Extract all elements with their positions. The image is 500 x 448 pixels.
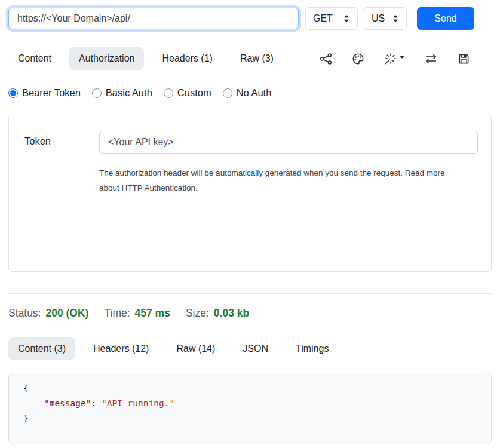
theme-button[interactable] [352,53,364,65]
region-select-value: US [372,13,385,24]
token-input[interactable] [99,131,478,154]
token-column: The authorization header will be automat… [99,131,478,271]
response-tabs: Content (3) Headers (12) Raw (14) JSON T… [8,337,492,360]
response-tab-timings[interactable]: Timings [286,337,338,360]
response-status-row: Status: 200 (OK) Time: 457 ms Size: 0.03… [8,307,492,320]
json-brace-close: } [23,413,29,423]
status-value: 200 (OK) [45,307,88,320]
response-tab-headers[interactable]: Headers (12) [84,337,158,360]
auth-panel: Token The authorization header will be a… [8,115,492,272]
auth-option-bearer-token[interactable]: Bearer Token [8,87,81,99]
magic-actions-button[interactable] [384,52,404,65]
content-right-border [492,7,492,448]
size-value: 0.03 kb [214,307,249,320]
method-select-value: GET [313,13,333,24]
radio-unselected-icon [164,88,173,98]
json-key: "message" [44,398,91,408]
auth-option-label: Custom [177,87,211,99]
auth-option-label: Bearer Token [22,87,81,99]
share-nodes-icon [320,53,332,65]
auth-option-custom[interactable]: Custom [164,87,211,99]
auth-option-basic-auth[interactable]: Basic Auth [92,87,152,99]
tab-raw[interactable]: Raw (3) [231,47,283,70]
updown-arrows-icon [343,14,350,23]
size-group: Size: 0.03 kb [186,307,249,320]
palette-icon [352,53,364,65]
chevron-down-icon [400,56,404,59]
time-value: 457 ms [135,307,170,320]
response-tab-content[interactable]: Content (3) [8,337,75,360]
tab-content[interactable]: Content [8,47,61,70]
radio-unselected-icon [92,88,102,98]
request-toolbar [320,52,470,65]
status-label: Status: [8,307,41,320]
request-tabs: Content Authorization Headers (1) Raw (3… [8,47,283,70]
swap-request-button[interactable] [424,53,438,65]
token-label: Token [24,131,99,271]
request-tabs-row: Content Authorization Headers (1) Raw (3… [8,47,492,70]
json-brace-open: { [23,383,29,393]
auth-option-label: Basic Auth [106,87,152,99]
save-icon [458,53,470,65]
auth-option-label: No Auth [237,87,272,99]
updown-arrows-icon [392,14,399,23]
radio-selected-icon [8,88,18,98]
method-select[interactable]: GET [305,7,358,30]
url-input[interactable] [8,8,299,29]
time-label: Time: [104,307,130,320]
status-group: Status: 200 (OK) [8,307,88,320]
magic-wand-icon [384,52,397,65]
request-bar: GET US Send [8,7,492,30]
swap-arrows-icon [424,53,438,65]
time-group: Time: 457 ms [104,307,170,320]
section-divider [8,293,492,294]
tab-authorization[interactable]: Authorization [69,47,144,70]
radio-unselected-icon [223,88,232,98]
send-button[interactable]: Send [417,7,474,30]
tab-headers[interactable]: Headers (1) [152,47,222,70]
api-client-panel: GET US Send Content Authorization Header… [0,7,500,448]
size-label: Size: [186,307,209,320]
auth-helper-text: The authorization header will be automat… [99,165,453,195]
response-tab-raw[interactable]: Raw (14) [167,337,225,360]
save-request-button[interactable] [458,53,470,65]
auth-type-group: Bearer Token Basic Auth Custom No Auth [8,87,492,99]
auth-option-no-auth[interactable]: No Auth [223,87,272,99]
share-button[interactable] [320,53,332,65]
json-indent [23,398,44,408]
region-select[interactable]: US [364,7,407,30]
response-body-block: { "message": "API running." } [8,373,492,444]
response-tab-json[interactable]: JSON [233,337,278,360]
json-value: "API running." [102,398,174,408]
json-separator: : [91,398,102,408]
response-json: { "message": "API running." } [23,381,491,426]
